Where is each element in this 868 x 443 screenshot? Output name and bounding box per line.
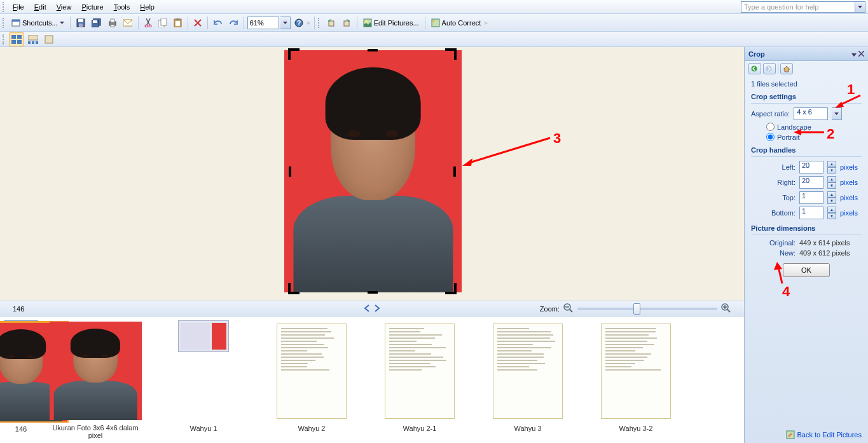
thumbnail-5[interactable]: Wahyu 3 — [477, 320, 579, 439]
thumbnail-6[interactable]: Wahyu 3-2 — [585, 320, 687, 439]
zoom-dropdown[interactable] — [280, 17, 291, 29]
svg-rect-9 — [111, 19, 114, 22]
svg-point-24 — [365, 20, 368, 23]
unit-link[interactable]: pixels — [840, 209, 858, 217]
thumbnail-4[interactable]: Wahyu 2-1 — [369, 320, 471, 439]
save-all-button[interactable] — [89, 16, 104, 30]
next-image-button[interactable] — [373, 304, 381, 313]
crop-handle-bottom[interactable] — [368, 291, 378, 294]
menu-edit[interactable]: Edit — [29, 2, 52, 12]
thumbnail-2[interactable]: Wahyu 1 — [153, 320, 254, 439]
crop-handle-tr[interactable] — [445, 48, 457, 60]
thumbnail-view-button[interactable] — [9, 32, 24, 46]
cut-button[interactable] — [142, 16, 155, 30]
thumbnail-strip: 146Ukuran Foto 3x6 4x6 dalam pixelWahyu … — [0, 316, 744, 443]
edit-pictures-button[interactable]: Edit Pictures... — [361, 16, 422, 30]
crop-handle-top[interactable] — [368, 49, 378, 51]
aspect-ratio-label: Aspect ratio: — [751, 110, 790, 118]
menu-tools[interactable]: Tools — [109, 2, 135, 12]
toolbar-grip[interactable] — [318, 18, 320, 28]
zoom-in-button[interactable] — [721, 303, 731, 315]
help-search-input[interactable]: Type a question for help — [741, 1, 855, 13]
unit-link[interactable]: pixels — [840, 163, 858, 171]
menu-bar: File Edit View Picture Tools Help Type a… — [0, 0, 868, 14]
svg-rect-32 — [32, 41, 34, 44]
svg-text:?: ? — [296, 19, 301, 27]
crop-selection[interactable] — [291, 51, 454, 292]
portrait-radio[interactable]: Portrait — [766, 133, 862, 141]
svg-rect-1 — [12, 20, 20, 22]
left-spinner[interactable]: ▲▼ — [827, 161, 836, 174]
panel-home-button[interactable] — [780, 63, 793, 74]
right-input[interactable]: 20 — [799, 176, 823, 189]
left-input[interactable]: 20 — [799, 161, 823, 174]
thumbnail-label: Ukuran Foto 3x6 4x6 dalam pixel — [45, 424, 146, 439]
delete-button[interactable] — [191, 16, 204, 30]
redo-button[interactable] — [226, 16, 240, 30]
rotate-left-button[interactable] — [324, 16, 338, 30]
single-view-button[interactable] — [42, 32, 56, 46]
paste-button[interactable] — [171, 16, 184, 30]
save-button[interactable] — [74, 16, 88, 30]
crop-handle-right[interactable] — [453, 167, 456, 177]
svg-rect-25 — [432, 19, 439, 27]
panel-forward-button[interactable] — [763, 63, 776, 74]
zoom-slider-thumb[interactable] — [633, 303, 640, 315]
bottom-spinner[interactable]: ▲▼ — [827, 207, 836, 219]
zoom-slider[interactable] — [577, 308, 717, 310]
thumbnail-label: Wahyu 3-2 — [619, 425, 653, 432]
aspect-ratio-select[interactable]: 4 x 6 — [794, 107, 828, 120]
unit-link[interactable]: pixels — [840, 179, 858, 186]
svg-rect-33 — [36, 41, 38, 44]
unit-link[interactable]: pixels — [840, 194, 858, 201]
crop-handle-tl[interactable] — [288, 48, 300, 60]
left-label: Left: — [751, 163, 796, 171]
print-button[interactable] — [106, 16, 120, 30]
menu-picture[interactable]: Picture — [76, 2, 108, 12]
thumbnail-3[interactable]: Wahyu 2 — [261, 320, 362, 439]
copy-button[interactable] — [156, 16, 170, 30]
top-input[interactable]: 1 — [799, 191, 823, 204]
menu-help[interactable]: Help — [135, 2, 160, 12]
rotate-right-button[interactable] — [340, 16, 354, 30]
menu-view[interactable]: View — [52, 2, 77, 12]
svg-point-13 — [149, 25, 151, 27]
prev-image-button[interactable] — [363, 304, 371, 313]
aspect-ratio-dropdown[interactable] — [832, 107, 842, 120]
undo-button[interactable] — [211, 16, 225, 30]
new-value: 409 x 612 pixels — [799, 249, 850, 257]
help-button[interactable]: ? — [292, 16, 306, 30]
crop-handle-br[interactable] — [445, 283, 457, 294]
crop-handle-bl[interactable] — [288, 283, 300, 294]
zoom-out-button[interactable] — [563, 303, 574, 315]
top-spinner[interactable]: ▲▼ — [827, 191, 836, 204]
auto-correct-button[interactable]: Auto Correct — [429, 16, 484, 30]
panel-dropdown[interactable] — [851, 50, 857, 58]
crop-handle-left[interactable] — [289, 167, 291, 177]
ok-button[interactable]: OK — [783, 263, 830, 277]
filmstrip-view-button[interactable] — [25, 32, 41, 46]
svg-point-43 — [766, 66, 772, 72]
thumbnail-label: Wahyu 1 — [189, 425, 217, 432]
zoom-input[interactable]: 61% — [247, 17, 279, 29]
bottom-input[interactable]: 1 — [799, 207, 823, 219]
mail-button[interactable] — [121, 16, 135, 30]
top-label: Top: — [751, 194, 796, 201]
toolbar-grip[interactable] — [3, 18, 5, 28]
canvas-area[interactable] — [0, 47, 744, 301]
back-to-edit-link[interactable]: Back to Edit Pictures — [786, 430, 862, 439]
thumbnail-0[interactable]: 146 — [4, 320, 38, 333]
shortcuts-button[interactable]: Shortcuts... — [9, 16, 67, 30]
toolbar-grip[interactable] — [3, 34, 5, 44]
svg-rect-4 — [79, 24, 83, 27]
landscape-radio[interactable]: Landscape — [766, 123, 862, 131]
menu-file[interactable]: File — [8, 2, 29, 12]
panel-close[interactable] — [858, 50, 864, 58]
thumbnail-1[interactable]: Ukuran Foto 3x6 4x6 dalam pixel — [45, 320, 146, 439]
thumbnail-label: Wahyu 2 — [298, 425, 325, 432]
panel-back-button[interactable] — [748, 63, 761, 74]
right-spinner[interactable]: ▲▼ — [827, 176, 836, 189]
help-dropdown[interactable] — [855, 1, 865, 13]
toolbar-grip[interactable] — [3, 2, 5, 12]
thumbnail-label: 146 — [15, 425, 27, 433]
